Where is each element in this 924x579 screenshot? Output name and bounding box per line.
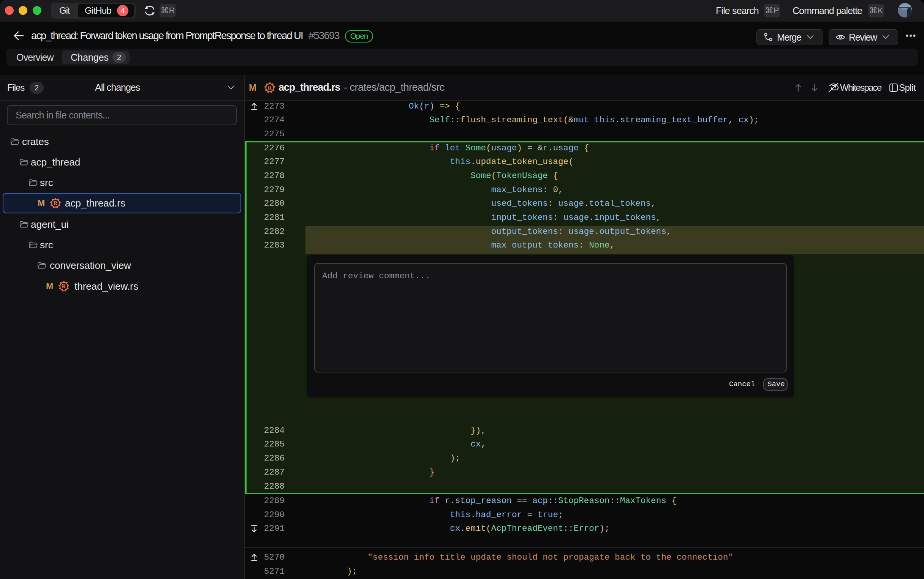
svg-text:R: R [268, 85, 272, 91]
svg-text:R: R [62, 283, 66, 290]
svg-text:R: R [54, 200, 58, 206]
